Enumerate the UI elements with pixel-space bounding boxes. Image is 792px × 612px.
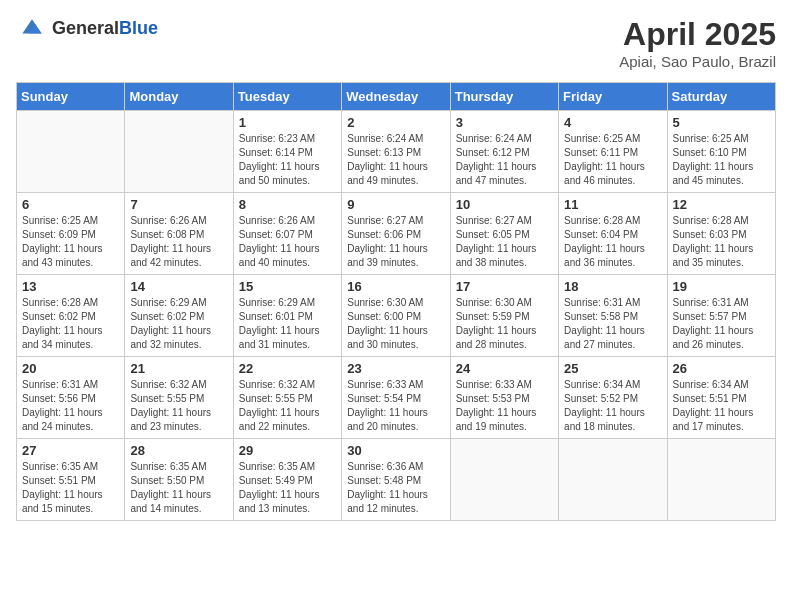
calendar-cell: 6Sunrise: 6:25 AMSunset: 6:09 PMDaylight… — [17, 193, 125, 275]
day-number: 11 — [564, 197, 661, 212]
day-info: Sunrise: 6:29 AMSunset: 6:01 PMDaylight:… — [239, 296, 336, 352]
day-header-monday: Monday — [125, 83, 233, 111]
page-header: GeneralBlue April 2025 Apiai, Sao Paulo,… — [16, 16, 776, 70]
day-info: Sunrise: 6:31 AMSunset: 5:58 PMDaylight:… — [564, 296, 661, 352]
day-info: Sunrise: 6:35 AMSunset: 5:50 PMDaylight:… — [130, 460, 227, 516]
day-number: 5 — [673, 115, 770, 130]
calendar-week-row: 27Sunrise: 6:35 AMSunset: 5:51 PMDayligh… — [17, 439, 776, 521]
calendar-cell: 19Sunrise: 6:31 AMSunset: 5:57 PMDayligh… — [667, 275, 775, 357]
calendar-cell: 15Sunrise: 6:29 AMSunset: 6:01 PMDayligh… — [233, 275, 341, 357]
day-number: 12 — [673, 197, 770, 212]
day-number: 24 — [456, 361, 553, 376]
day-info: Sunrise: 6:28 AMSunset: 6:02 PMDaylight:… — [22, 296, 119, 352]
day-number: 29 — [239, 443, 336, 458]
day-number: 10 — [456, 197, 553, 212]
calendar-cell: 10Sunrise: 6:27 AMSunset: 6:05 PMDayligh… — [450, 193, 558, 275]
calendar-cell: 25Sunrise: 6:34 AMSunset: 5:52 PMDayligh… — [559, 357, 667, 439]
day-info: Sunrise: 6:28 AMSunset: 6:04 PMDaylight:… — [564, 214, 661, 270]
logo-text: GeneralBlue — [52, 18, 158, 39]
day-number: 22 — [239, 361, 336, 376]
calendar-location: Apiai, Sao Paulo, Brazil — [619, 53, 776, 70]
day-info: Sunrise: 6:24 AMSunset: 6:12 PMDaylight:… — [456, 132, 553, 188]
calendar-cell: 22Sunrise: 6:32 AMSunset: 5:55 PMDayligh… — [233, 357, 341, 439]
day-info: Sunrise: 6:28 AMSunset: 6:03 PMDaylight:… — [673, 214, 770, 270]
day-info: Sunrise: 6:26 AMSunset: 6:07 PMDaylight:… — [239, 214, 336, 270]
day-info: Sunrise: 6:23 AMSunset: 6:14 PMDaylight:… — [239, 132, 336, 188]
calendar-week-row: 1Sunrise: 6:23 AMSunset: 6:14 PMDaylight… — [17, 111, 776, 193]
calendar-week-row: 13Sunrise: 6:28 AMSunset: 6:02 PMDayligh… — [17, 275, 776, 357]
day-number: 7 — [130, 197, 227, 212]
calendar-header-row: SundayMondayTuesdayWednesdayThursdayFrid… — [17, 83, 776, 111]
day-info: Sunrise: 6:25 AMSunset: 6:10 PMDaylight:… — [673, 132, 770, 188]
calendar-cell — [450, 439, 558, 521]
day-number: 26 — [673, 361, 770, 376]
day-header-thursday: Thursday — [450, 83, 558, 111]
day-info: Sunrise: 6:29 AMSunset: 6:02 PMDaylight:… — [130, 296, 227, 352]
day-info: Sunrise: 6:36 AMSunset: 5:48 PMDaylight:… — [347, 460, 444, 516]
calendar-cell: 2Sunrise: 6:24 AMSunset: 6:13 PMDaylight… — [342, 111, 450, 193]
calendar-week-row: 6Sunrise: 6:25 AMSunset: 6:09 PMDaylight… — [17, 193, 776, 275]
day-number: 9 — [347, 197, 444, 212]
day-info: Sunrise: 6:25 AMSunset: 6:11 PMDaylight:… — [564, 132, 661, 188]
calendar-cell: 12Sunrise: 6:28 AMSunset: 6:03 PMDayligh… — [667, 193, 775, 275]
day-header-friday: Friday — [559, 83, 667, 111]
day-info: Sunrise: 6:34 AMSunset: 5:51 PMDaylight:… — [673, 378, 770, 434]
day-number: 25 — [564, 361, 661, 376]
calendar-cell — [667, 439, 775, 521]
day-info: Sunrise: 6:24 AMSunset: 6:13 PMDaylight:… — [347, 132, 444, 188]
calendar-cell: 27Sunrise: 6:35 AMSunset: 5:51 PMDayligh… — [17, 439, 125, 521]
day-info: Sunrise: 6:26 AMSunset: 6:08 PMDaylight:… — [130, 214, 227, 270]
day-info: Sunrise: 6:30 AMSunset: 6:00 PMDaylight:… — [347, 296, 444, 352]
day-header-sunday: Sunday — [17, 83, 125, 111]
day-info: Sunrise: 6:27 AMSunset: 6:05 PMDaylight:… — [456, 214, 553, 270]
calendar-cell: 8Sunrise: 6:26 AMSunset: 6:07 PMDaylight… — [233, 193, 341, 275]
logo-general: General — [52, 18, 119, 38]
calendar-cell: 20Sunrise: 6:31 AMSunset: 5:56 PMDayligh… — [17, 357, 125, 439]
day-info: Sunrise: 6:35 AMSunset: 5:49 PMDaylight:… — [239, 460, 336, 516]
day-info: Sunrise: 6:27 AMSunset: 6:06 PMDaylight:… — [347, 214, 444, 270]
day-number: 14 — [130, 279, 227, 294]
calendar-cell: 17Sunrise: 6:30 AMSunset: 5:59 PMDayligh… — [450, 275, 558, 357]
calendar-table: SundayMondayTuesdayWednesdayThursdayFrid… — [16, 82, 776, 521]
logo-icon — [16, 16, 48, 40]
logo-blue: Blue — [119, 18, 158, 38]
calendar-cell: 29Sunrise: 6:35 AMSunset: 5:49 PMDayligh… — [233, 439, 341, 521]
day-number: 27 — [22, 443, 119, 458]
day-number: 23 — [347, 361, 444, 376]
day-number: 3 — [456, 115, 553, 130]
calendar-cell: 24Sunrise: 6:33 AMSunset: 5:53 PMDayligh… — [450, 357, 558, 439]
day-number: 1 — [239, 115, 336, 130]
day-number: 4 — [564, 115, 661, 130]
calendar-cell: 28Sunrise: 6:35 AMSunset: 5:50 PMDayligh… — [125, 439, 233, 521]
calendar-cell: 7Sunrise: 6:26 AMSunset: 6:08 PMDaylight… — [125, 193, 233, 275]
day-number: 19 — [673, 279, 770, 294]
day-info: Sunrise: 6:33 AMSunset: 5:54 PMDaylight:… — [347, 378, 444, 434]
day-number: 18 — [564, 279, 661, 294]
day-number: 15 — [239, 279, 336, 294]
calendar-title: April 2025 — [619, 16, 776, 53]
calendar-cell: 11Sunrise: 6:28 AMSunset: 6:04 PMDayligh… — [559, 193, 667, 275]
day-info: Sunrise: 6:32 AMSunset: 5:55 PMDaylight:… — [239, 378, 336, 434]
calendar-cell — [125, 111, 233, 193]
day-number: 16 — [347, 279, 444, 294]
calendar-cell: 13Sunrise: 6:28 AMSunset: 6:02 PMDayligh… — [17, 275, 125, 357]
day-header-tuesday: Tuesday — [233, 83, 341, 111]
calendar-cell: 26Sunrise: 6:34 AMSunset: 5:51 PMDayligh… — [667, 357, 775, 439]
calendar-cell: 3Sunrise: 6:24 AMSunset: 6:12 PMDaylight… — [450, 111, 558, 193]
day-header-wednesday: Wednesday — [342, 83, 450, 111]
day-info: Sunrise: 6:32 AMSunset: 5:55 PMDaylight:… — [130, 378, 227, 434]
day-number: 2 — [347, 115, 444, 130]
calendar-cell: 14Sunrise: 6:29 AMSunset: 6:02 PMDayligh… — [125, 275, 233, 357]
day-info: Sunrise: 6:33 AMSunset: 5:53 PMDaylight:… — [456, 378, 553, 434]
day-number: 8 — [239, 197, 336, 212]
day-info: Sunrise: 6:31 AMSunset: 5:57 PMDaylight:… — [673, 296, 770, 352]
calendar-cell: 30Sunrise: 6:36 AMSunset: 5:48 PMDayligh… — [342, 439, 450, 521]
day-info: Sunrise: 6:35 AMSunset: 5:51 PMDaylight:… — [22, 460, 119, 516]
day-number: 17 — [456, 279, 553, 294]
calendar-cell: 18Sunrise: 6:31 AMSunset: 5:58 PMDayligh… — [559, 275, 667, 357]
day-number: 13 — [22, 279, 119, 294]
day-number: 20 — [22, 361, 119, 376]
day-info: Sunrise: 6:31 AMSunset: 5:56 PMDaylight:… — [22, 378, 119, 434]
calendar-cell: 5Sunrise: 6:25 AMSunset: 6:10 PMDaylight… — [667, 111, 775, 193]
day-info: Sunrise: 6:25 AMSunset: 6:09 PMDaylight:… — [22, 214, 119, 270]
